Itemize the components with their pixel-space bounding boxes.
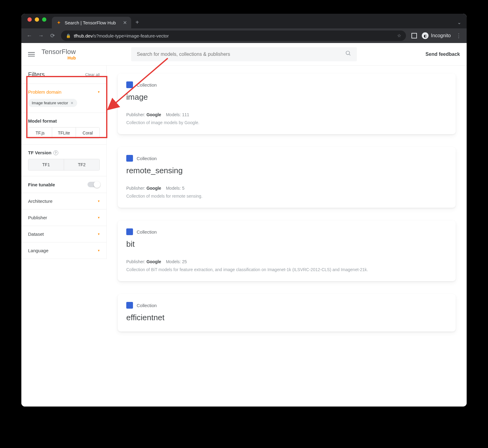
menu-button[interactable]: [28, 52, 35, 56]
format-tflite[interactable]: TFLite: [52, 127, 76, 138]
browser-toolbar: ← → ⟳ 🔒 tfhub.dev/s?module-type=image-fe…: [21, 28, 467, 43]
browser-menu-icon[interactable]: ⋮: [456, 32, 462, 39]
tf-version-section: TF Version ? TF1 TF2: [21, 145, 106, 176]
model-format-title: Model format: [28, 118, 100, 124]
result-kind: Collection: [137, 229, 157, 235]
problem-domain-toggle[interactable]: Problem domain ▾: [28, 89, 100, 95]
filters-title: Filters: [28, 71, 45, 78]
result-card[interactable]: Collection efficientnet: [118, 294, 456, 332]
url-text: tfhub.dev/s?module-type=image-feature-ve…: [74, 33, 169, 38]
result-title: efficientnet: [126, 313, 447, 322]
dataset-label: Dataset: [28, 231, 44, 237]
filters-header-section: Filters Clear all: [21, 66, 106, 84]
chip-label: Image feature vector: [32, 101, 68, 105]
collection-icon: [126, 302, 133, 309]
chevron-down-icon: ▾: [98, 249, 100, 253]
tabs-overflow-icon[interactable]: ⌄: [452, 20, 467, 28]
tf1-button[interactable]: TF1: [28, 159, 64, 170]
tf-version-options: TF1 TF2: [28, 159, 100, 170]
clear-all-link[interactable]: Clear all: [85, 72, 100, 77]
result-meta: Publisher: Google Models: 111: [126, 112, 447, 117]
result-title: remote_sensing: [126, 166, 447, 175]
send-feedback-link[interactable]: Send feedback: [425, 52, 460, 57]
incognito-label: Incognito: [431, 33, 451, 38]
search-box[interactable]: [131, 47, 357, 61]
format-coral[interactable]: Coral: [76, 127, 99, 138]
chip-remove-icon[interactable]: ✕: [70, 101, 74, 105]
result-meta: Publisher: Google Models: 5: [126, 186, 447, 191]
content: Filters Clear all Problem domain ▾ Image…: [21, 66, 467, 339]
close-tab-icon[interactable]: ✕: [123, 20, 127, 26]
search-input[interactable]: [137, 52, 345, 57]
tf-version-title: TF Version ?: [28, 150, 100, 155]
publisher-label: Publisher: [28, 215, 47, 220]
dataset-section[interactable]: Dataset▾: [21, 226, 106, 242]
brand-sub: Hub: [67, 56, 76, 60]
forward-button[interactable]: →: [38, 33, 44, 39]
result-card[interactable]: Collection bit Publisher: Google Models:…: [118, 220, 456, 281]
svg-point-0: [346, 51, 350, 55]
result-kind: Collection: [137, 82, 157, 88]
svg-line-1: [349, 54, 350, 56]
language-section[interactable]: Language▾: [21, 242, 106, 259]
tab-title: Search | TensorFlow Hub: [65, 20, 116, 25]
brand[interactable]: TensorFlow Hub: [41, 48, 76, 60]
language-label: Language: [28, 248, 48, 253]
result-card[interactable]: Collection image Publisher: Google Model…: [118, 73, 456, 134]
help-icon[interactable]: ?: [53, 150, 58, 155]
filter-chip-image-feature-vector[interactable]: Image feature vector ✕: [28, 99, 77, 107]
extensions-icon[interactable]: [411, 33, 417, 38]
incognito-icon: ◐: [422, 32, 429, 39]
maximize-window-button[interactable]: [42, 17, 46, 22]
tab-favicon-icon: ✦: [56, 20, 62, 25]
search-icon[interactable]: [345, 50, 351, 58]
model-format-section: Model format TF.js TFLite Coral: [21, 113, 106, 145]
page: TensorFlow Hub Send feedback Filters Cle…: [21, 43, 467, 407]
architecture-label: Architecture: [28, 199, 52, 204]
result-title: bit: [126, 239, 447, 249]
result-desc: Collection of models for remote sensing.: [126, 194, 447, 199]
problem-domain-section: Problem domain ▾ Image feature vector ✕: [21, 84, 106, 113]
model-format-options: TF.js TFLite Coral: [28, 127, 100, 139]
architecture-section[interactable]: Architecture▾: [21, 193, 106, 210]
brand-main: TensorFlow: [41, 48, 76, 55]
collection-icon: [126, 81, 133, 88]
result-card[interactable]: Collection remote_sensing Publisher: Goo…: [118, 147, 456, 208]
browser-tabbar: ✦ Search | TensorFlow Hub ✕ + ⌄: [21, 14, 467, 28]
close-window-button[interactable]: [27, 17, 32, 22]
problem-domain-label: Problem domain: [28, 89, 61, 95]
filters-sidebar: Filters Clear all Problem domain ▾ Image…: [21, 66, 107, 259]
chevron-down-icon: ▾: [98, 232, 100, 236]
chevron-down-icon: ▾: [98, 199, 100, 203]
fine-tunable-section: Fine tunable: [21, 176, 106, 193]
chevron-down-icon: ▾: [98, 216, 100, 220]
new-tab-button[interactable]: +: [131, 19, 143, 28]
result-title: image: [126, 92, 447, 102]
collection-icon: [126, 155, 133, 162]
browser-tab[interactable]: ✦ Search | TensorFlow Hub ✕: [52, 17, 131, 28]
chevron-down-icon: ▾: [98, 90, 100, 94]
collection-icon: [126, 228, 133, 235]
result-desc: Collection of BiT models for feature ext…: [126, 267, 447, 272]
lock-icon: 🔒: [66, 34, 71, 38]
page-header: TensorFlow Hub Send feedback: [21, 43, 467, 66]
format-tfjs[interactable]: TF.js: [28, 127, 52, 138]
back-button[interactable]: ←: [26, 33, 32, 39]
fine-tunable-title: Fine tunable: [28, 182, 55, 187]
publisher-section[interactable]: Publisher▾: [21, 210, 106, 226]
tf2-button[interactable]: TF2: [64, 159, 99, 170]
fine-tunable-toggle[interactable]: [88, 182, 100, 187]
bookmark-icon[interactable]: ☆: [397, 33, 401, 38]
window-controls: [26, 14, 49, 28]
browser-window: ✦ Search | TensorFlow Hub ✕ + ⌄ ← → ⟳ 🔒 …: [21, 14, 467, 407]
address-bar[interactable]: 🔒 tfhub.dev/s?module-type=image-feature-…: [61, 30, 406, 41]
result-meta: Publisher: Google Models: 25: [126, 259, 447, 264]
results-list: Collection image Publisher: Google Model…: [107, 66, 467, 339]
result-desc: Collection of image models by Google.: [126, 120, 447, 125]
incognito-badge: ◐ Incognito: [422, 32, 451, 39]
reload-button[interactable]: ⟳: [49, 32, 56, 39]
result-kind: Collection: [137, 156, 157, 161]
minimize-window-button[interactable]: [35, 17, 39, 22]
result-kind: Collection: [137, 303, 157, 308]
